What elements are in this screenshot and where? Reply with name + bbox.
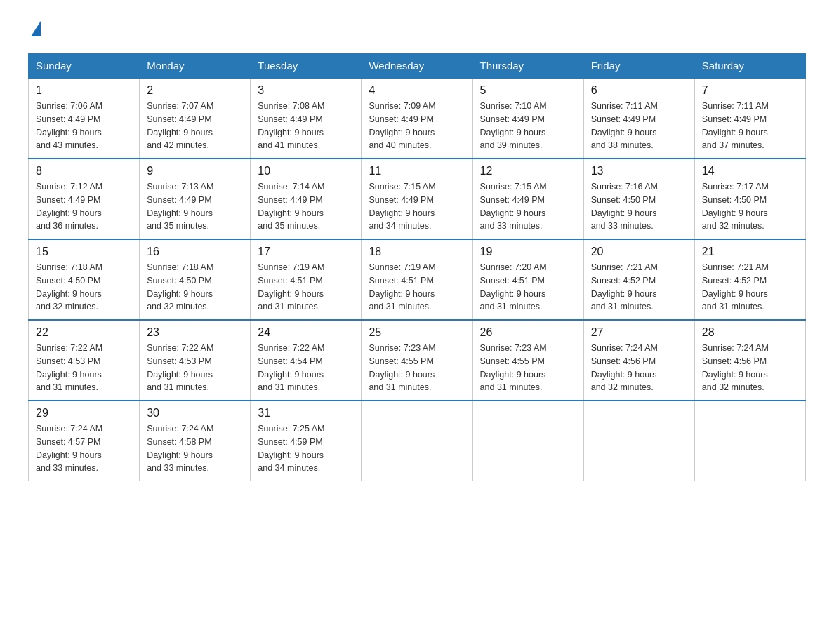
- weekday-header-tuesday: Tuesday: [251, 54, 362, 79]
- day-cell-16: 16 Sunrise: 7:18 AMSunset: 4:50 PMDaylig…: [140, 239, 251, 320]
- day-cell-4: 4 Sunrise: 7:09 AMSunset: 4:49 PMDayligh…: [362, 78, 472, 159]
- day-info: Sunrise: 7:18 AMSunset: 4:50 PMDaylight:…: [36, 261, 132, 314]
- day-number: 11: [369, 165, 465, 177]
- day-number: 23: [147, 326, 243, 339]
- weekday-header-friday: Friday: [583, 54, 694, 79]
- day-number: 15: [36, 246, 132, 258]
- day-number: 13: [591, 165, 687, 177]
- day-number: 3: [258, 84, 354, 97]
- day-cell-25: 25 Sunrise: 7:23 AMSunset: 4:55 PMDaylig…: [362, 320, 472, 401]
- day-cell-26: 26 Sunrise: 7:23 AMSunset: 4:55 PMDaylig…: [472, 320, 583, 401]
- day-number: 16: [147, 246, 243, 258]
- calendar-week-row: 8 Sunrise: 7:12 AMSunset: 4:49 PMDayligh…: [29, 159, 806, 239]
- logo-triangle-icon: [31, 21, 41, 36]
- day-info: Sunrise: 7:08 AMSunset: 4:49 PMDaylight:…: [258, 100, 354, 152]
- day-info: Sunrise: 7:06 AMSunset: 4:49 PMDaylight:…: [36, 100, 132, 152]
- day-cell-31: 31 Sunrise: 7:25 AMSunset: 4:59 PMDaylig…: [251, 401, 362, 481]
- day-info: Sunrise: 7:22 AMSunset: 4:54 PMDaylight:…: [258, 342, 354, 394]
- day-info: Sunrise: 7:14 AMSunset: 4:49 PMDaylight:…: [258, 180, 354, 233]
- day-number: 12: [480, 165, 576, 177]
- day-number: 30: [147, 407, 243, 420]
- day-info: Sunrise: 7:22 AMSunset: 4:53 PMDaylight:…: [36, 342, 132, 394]
- empty-cell: [694, 401, 805, 481]
- day-number: 25: [369, 326, 465, 339]
- day-cell-19: 19 Sunrise: 7:20 AMSunset: 4:51 PMDaylig…: [472, 239, 583, 320]
- day-info: Sunrise: 7:23 AMSunset: 4:55 PMDaylight:…: [480, 342, 576, 394]
- day-number: 10: [258, 165, 354, 177]
- calendar-table: SundayMondayTuesdayWednesdayThursdayFrid…: [28, 53, 806, 481]
- day-info: Sunrise: 7:23 AMSunset: 4:55 PMDaylight:…: [369, 342, 465, 394]
- day-cell-6: 6 Sunrise: 7:11 AMSunset: 4:49 PMDayligh…: [583, 78, 694, 159]
- day-info: Sunrise: 7:11 AMSunset: 4:49 PMDaylight:…: [591, 100, 687, 152]
- weekday-header-wednesday: Wednesday: [362, 54, 472, 79]
- day-info: Sunrise: 7:10 AMSunset: 4:49 PMDaylight:…: [480, 100, 576, 152]
- day-cell-12: 12 Sunrise: 7:15 AMSunset: 4:49 PMDaylig…: [472, 159, 583, 239]
- day-info: Sunrise: 7:20 AMSunset: 4:51 PMDaylight:…: [480, 261, 576, 314]
- day-info: Sunrise: 7:15 AMSunset: 4:49 PMDaylight:…: [369, 180, 465, 233]
- day-cell-7: 7 Sunrise: 7:11 AMSunset: 4:49 PMDayligh…: [694, 78, 805, 159]
- day-number: 1: [36, 84, 132, 97]
- day-cell-3: 3 Sunrise: 7:08 AMSunset: 4:49 PMDayligh…: [251, 78, 362, 159]
- day-info: Sunrise: 7:11 AMSunset: 4:49 PMDaylight:…: [702, 100, 798, 152]
- day-number: 4: [369, 84, 465, 97]
- day-info: Sunrise: 7:25 AMSunset: 4:59 PMDaylight:…: [258, 422, 354, 475]
- day-number: 18: [369, 246, 465, 258]
- day-cell-17: 17 Sunrise: 7:19 AMSunset: 4:51 PMDaylig…: [251, 239, 362, 320]
- day-info: Sunrise: 7:24 AMSunset: 4:56 PMDaylight:…: [591, 342, 687, 394]
- day-info: Sunrise: 7:13 AMSunset: 4:49 PMDaylight:…: [147, 180, 243, 233]
- day-info: Sunrise: 7:19 AMSunset: 4:51 PMDaylight:…: [369, 261, 465, 314]
- calendar-week-row: 1 Sunrise: 7:06 AMSunset: 4:49 PMDayligh…: [29, 78, 806, 159]
- day-info: Sunrise: 7:09 AMSunset: 4:49 PMDaylight:…: [369, 100, 465, 152]
- empty-cell: [472, 401, 583, 481]
- day-number: 2: [147, 84, 243, 97]
- day-cell-1: 1 Sunrise: 7:06 AMSunset: 4:49 PMDayligh…: [29, 78, 140, 159]
- day-info: Sunrise: 7:24 AMSunset: 4:57 PMDaylight:…: [36, 422, 132, 475]
- calendar-week-row: 22 Sunrise: 7:22 AMSunset: 4:53 PMDaylig…: [29, 320, 806, 401]
- day-number: 8: [36, 165, 132, 177]
- day-cell-14: 14 Sunrise: 7:17 AMSunset: 4:50 PMDaylig…: [694, 159, 805, 239]
- day-info: Sunrise: 7:21 AMSunset: 4:52 PMDaylight:…: [702, 261, 798, 314]
- day-cell-9: 9 Sunrise: 7:13 AMSunset: 4:49 PMDayligh…: [140, 159, 251, 239]
- logo: [28, 21, 41, 39]
- day-info: Sunrise: 7:16 AMSunset: 4:50 PMDaylight:…: [591, 180, 687, 233]
- day-cell-2: 2 Sunrise: 7:07 AMSunset: 4:49 PMDayligh…: [140, 78, 251, 159]
- day-info: Sunrise: 7:19 AMSunset: 4:51 PMDaylight:…: [258, 261, 354, 314]
- day-number: 21: [702, 246, 798, 258]
- day-number: 29: [36, 407, 132, 420]
- day-number: 17: [258, 246, 354, 258]
- day-cell-10: 10 Sunrise: 7:14 AMSunset: 4:49 PMDaylig…: [251, 159, 362, 239]
- day-cell-22: 22 Sunrise: 7:22 AMSunset: 4:53 PMDaylig…: [29, 320, 140, 401]
- day-cell-24: 24 Sunrise: 7:22 AMSunset: 4:54 PMDaylig…: [251, 320, 362, 401]
- day-number: 14: [702, 165, 798, 177]
- empty-cell: [362, 401, 472, 481]
- day-number: 28: [702, 326, 798, 339]
- empty-cell: [583, 401, 694, 481]
- calendar-week-row: 29 Sunrise: 7:24 AMSunset: 4:57 PMDaylig…: [29, 401, 806, 481]
- day-cell-28: 28 Sunrise: 7:24 AMSunset: 4:56 PMDaylig…: [694, 320, 805, 401]
- day-cell-13: 13 Sunrise: 7:16 AMSunset: 4:50 PMDaylig…: [583, 159, 694, 239]
- day-number: 26: [480, 326, 576, 339]
- weekday-header-saturday: Saturday: [694, 54, 805, 79]
- day-cell-5: 5 Sunrise: 7:10 AMSunset: 4:49 PMDayligh…: [472, 78, 583, 159]
- day-cell-30: 30 Sunrise: 7:24 AMSunset: 4:58 PMDaylig…: [140, 401, 251, 481]
- day-info: Sunrise: 7:21 AMSunset: 4:52 PMDaylight:…: [591, 261, 687, 314]
- day-number: 5: [480, 84, 576, 97]
- day-cell-18: 18 Sunrise: 7:19 AMSunset: 4:51 PMDaylig…: [362, 239, 472, 320]
- day-cell-11: 11 Sunrise: 7:15 AMSunset: 4:49 PMDaylig…: [362, 159, 472, 239]
- day-number: 9: [147, 165, 243, 177]
- page-header: [28, 21, 806, 39]
- day-info: Sunrise: 7:15 AMSunset: 4:49 PMDaylight:…: [480, 180, 576, 233]
- day-number: 24: [258, 326, 354, 339]
- day-number: 20: [591, 246, 687, 258]
- weekday-header-monday: Monday: [140, 54, 251, 79]
- day-number: 31: [258, 407, 354, 420]
- day-info: Sunrise: 7:07 AMSunset: 4:49 PMDaylight:…: [147, 100, 243, 152]
- day-cell-15: 15 Sunrise: 7:18 AMSunset: 4:50 PMDaylig…: [29, 239, 140, 320]
- weekday-header-thursday: Thursday: [472, 54, 583, 79]
- weekday-header-sunday: Sunday: [29, 54, 140, 79]
- day-number: 7: [702, 84, 798, 97]
- day-info: Sunrise: 7:17 AMSunset: 4:50 PMDaylight:…: [702, 180, 798, 233]
- day-number: 19: [480, 246, 576, 258]
- day-info: Sunrise: 7:24 AMSunset: 4:56 PMDaylight:…: [702, 342, 798, 394]
- day-number: 27: [591, 326, 687, 339]
